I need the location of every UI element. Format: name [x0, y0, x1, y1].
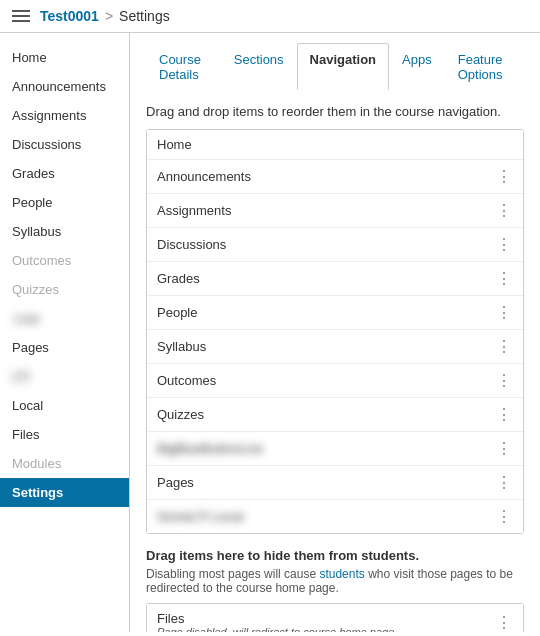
tab-feature-options[interactable]: Feature Options — [445, 43, 524, 90]
cause-link[interactable]: students — [319, 567, 364, 581]
tab-course-details[interactable]: Course Details — [146, 43, 221, 90]
nav-item-menu-icon[interactable]: ⋮ — [496, 167, 513, 186]
sidebar-item-lti[interactable]: LTI — [0, 362, 129, 391]
hidden-item-info: FilesPage disabled, will redirect to cou… — [157, 611, 394, 632]
sidebar-item-people[interactable]: People — [0, 188, 129, 217]
tab-sections[interactable]: Sections — [221, 43, 297, 90]
nav-item[interactable]: BigBlueButtonLive⋮ — [147, 432, 523, 466]
main-content: Course DetailsSectionsNavigationAppsFeat… — [130, 33, 540, 632]
breadcrumb-course[interactable]: Test0001 — [40, 8, 99, 24]
hide-section-label: Drag items here to hide them from studen… — [146, 548, 524, 563]
nav-item[interactable]: Assignments⋮ — [147, 194, 523, 228]
nav-instruction: Drag and drop items to reorder them in t… — [146, 104, 524, 119]
nav-item[interactable]: Grades⋮ — [147, 262, 523, 296]
nav-item[interactable]: Home — [147, 130, 523, 160]
breadcrumb-sep: > — [105, 8, 113, 24]
nav-item-menu-icon[interactable]: ⋮ — [496, 507, 513, 526]
nav-item[interactable]: SomeLTI Local⋮ — [147, 500, 523, 533]
nav-item[interactable]: People⋮ — [147, 296, 523, 330]
nav-item-name: Assignments — [157, 203, 231, 218]
sidebar-item-outcomes: Outcomes — [0, 246, 129, 275]
nav-item-menu-icon[interactable]: ⋮ — [496, 303, 513, 322]
hide-section-note: Disabling most pages will cause students… — [146, 567, 524, 595]
sidebar-item-files[interactable]: Files — [0, 420, 129, 449]
nav-item-name: Discussions — [157, 237, 226, 252]
tabs: Course DetailsSectionsNavigationAppsFeat… — [146, 43, 524, 90]
nav-item-name: Announcements — [157, 169, 251, 184]
nav-item-menu-icon[interactable]: ⋮ — [496, 337, 513, 356]
hidden-item[interactable]: FilesPage disabled, will redirect to cou… — [147, 604, 523, 632]
nav-item-menu-icon[interactable]: ⋮ — [496, 405, 513, 424]
hidden-item-sub: Page disabled, will redirect to course h… — [157, 626, 394, 632]
nav-item[interactable]: Syllabus⋮ — [147, 330, 523, 364]
sidebar-item-·live[interactable]: ·Live — [0, 304, 129, 333]
hamburger-menu[interactable] — [12, 10, 30, 22]
sidebar-item-pages[interactable]: Pages — [0, 333, 129, 362]
layout: HomeAnnouncementsAssignmentsDiscussionsG… — [0, 33, 540, 632]
sidebar-item-quizzes: Quizzes — [0, 275, 129, 304]
sidebar-item-grades[interactable]: Grades — [0, 159, 129, 188]
sidebar-item-discussions[interactable]: Discussions — [0, 130, 129, 159]
nav-item[interactable]: Announcements⋮ — [147, 160, 523, 194]
nav-item[interactable]: Quizzes⋮ — [147, 398, 523, 432]
nav-item-menu-icon[interactable]: ⋮ — [496, 473, 513, 492]
nav-item[interactable]: Outcomes⋮ — [147, 364, 523, 398]
sidebar-item-assignments[interactable]: Assignments — [0, 101, 129, 130]
nav-item-name: BigBlueButtonLive — [157, 441, 263, 456]
tab-navigation[interactable]: Navigation — [297, 43, 389, 90]
nav-item-menu-icon[interactable]: ⋮ — [496, 235, 513, 254]
sidebar-item-settings[interactable]: Settings — [0, 478, 129, 507]
nav-item-menu-icon[interactable]: ⋮ — [496, 439, 513, 458]
sidebar-item-local[interactable]: Local — [0, 391, 129, 420]
sidebar-item-syllabus[interactable]: Syllabus — [0, 217, 129, 246]
nav-item-menu-icon[interactable]: ⋮ — [496, 269, 513, 288]
sidebar-item-modules: Modules — [0, 449, 129, 478]
breadcrumb: Test0001 > Settings — [40, 8, 170, 24]
nav-item-name: Pages — [157, 475, 194, 490]
nav-item-name: People — [157, 305, 197, 320]
nav-item-name: Quizzes — [157, 407, 204, 422]
nav-item[interactable]: Pages⋮ — [147, 466, 523, 500]
sidebar-item-home[interactable]: Home — [0, 43, 129, 72]
nav-item-menu-icon[interactable]: ⋮ — [496, 371, 513, 390]
nav-item[interactable]: Discussions⋮ — [147, 228, 523, 262]
breadcrumb-page: Settings — [119, 8, 170, 24]
hidden-item-menu-icon[interactable]: ⋮ — [496, 613, 513, 632]
nav-list: HomeAnnouncements⋮Assignments⋮Discussion… — [146, 129, 524, 534]
hidden-item-name: Files — [157, 611, 394, 626]
sidebar: HomeAnnouncementsAssignmentsDiscussionsG… — [0, 33, 130, 632]
nav-item-name: Syllabus — [157, 339, 206, 354]
nav-item-name: Outcomes — [157, 373, 216, 388]
nav-item-name: Home — [157, 137, 192, 152]
nav-item-name: Grades — [157, 271, 200, 286]
sidebar-item-announcements[interactable]: Announcements — [0, 72, 129, 101]
tab-apps[interactable]: Apps — [389, 43, 445, 90]
nav-item-menu-icon[interactable]: ⋮ — [496, 201, 513, 220]
top-bar: Test0001 > Settings — [0, 0, 540, 33]
hidden-list: FilesPage disabled, will redirect to cou… — [146, 603, 524, 632]
nav-item-name: SomeLTI Local — [157, 509, 243, 524]
